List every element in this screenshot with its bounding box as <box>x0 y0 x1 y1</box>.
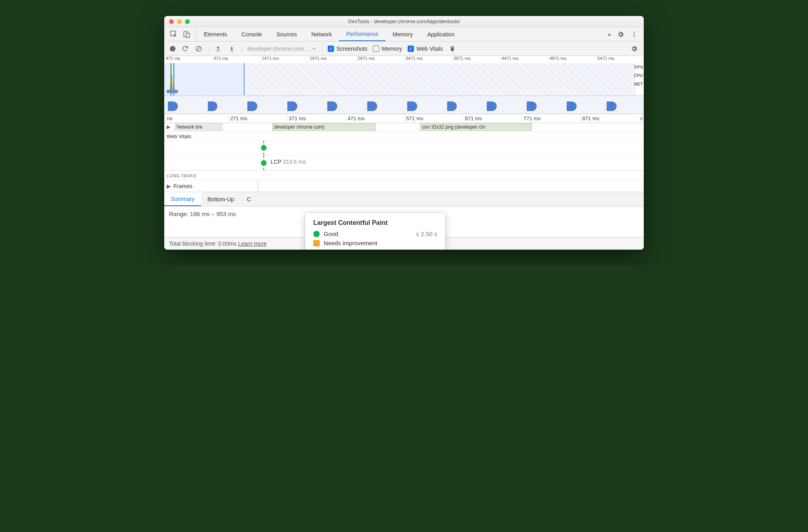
vitals-lane-lcp[interactable]: LCP 319.6 ms <box>164 155 644 171</box>
svg-line-7 <box>197 47 201 50</box>
detail-tick: 671 ms <box>463 114 521 123</box>
network-fragment[interactable]: Network bre <box>175 123 223 131</box>
expand-triangle-icon[interactable]: ▶ <box>164 183 173 189</box>
overview-timeline[interactable]: 471 ms 971 ms 1471 ms 1971 ms 2971 ms 34… <box>164 56 644 96</box>
expand-triangle-icon[interactable]: ▶ <box>167 124 171 130</box>
long-tasks-heading: LONG TASKS <box>164 171 644 180</box>
svg-rect-9 <box>230 50 233 51</box>
filmstrip-thumb[interactable] <box>245 96 284 114</box>
filmstrip-thumb[interactable] <box>604 96 643 114</box>
memory-checkbox[interactable]: Memory <box>373 46 402 52</box>
tab-elements[interactable]: Elements <box>197 27 234 41</box>
fps-label: FPS <box>634 63 643 71</box>
window-title: DevTools - developer.chrome.com/tags/dev… <box>164 18 644 24</box>
overview-row-labels: FPS CPU NET <box>634 63 643 88</box>
network-track-row[interactable]: ▶ Network bre developer chrome com) con … <box>164 123 644 132</box>
svg-rect-2 <box>186 33 189 38</box>
inspect-element-icon[interactable] <box>170 30 178 38</box>
settings-gear-icon[interactable] <box>617 30 625 38</box>
filmstrip-thumb[interactable] <box>484 96 523 114</box>
kebab-menu-icon[interactable] <box>630 30 638 38</box>
screenshots-label: Screenshots <box>336 46 368 52</box>
memory-label: Memory <box>382 46 402 52</box>
poor-triangle-icon <box>313 250 320 250</box>
summary-tab-truncated[interactable]: C <box>241 192 257 206</box>
vitals-lane-fcp[interactable] <box>164 140 644 155</box>
learn-more-link[interactable]: Learn more <box>238 240 267 247</box>
tab-performance[interactable]: Performance <box>339 27 385 41</box>
close-window-icon[interactable] <box>169 19 174 24</box>
frames-label: Frames <box>173 183 192 189</box>
screenshot-filmstrip[interactable] <box>164 96 644 114</box>
summary-tab-strip: Summary Bottom-Up C <box>164 192 644 206</box>
tab-sources[interactable]: Sources <box>269 27 304 41</box>
net-label: NET <box>634 80 643 88</box>
needs-improvement-square-icon <box>313 240 320 246</box>
detail-tick: 871 ms <box>580 114 639 123</box>
overview-tick: 1971 ms <box>308 56 356 63</box>
good-circle-icon <box>313 231 320 237</box>
web-vitals-checkbox[interactable]: ✓ Web Vitals <box>408 46 443 52</box>
load-profile-icon[interactable] <box>214 45 222 53</box>
net-activity-bar <box>167 90 178 93</box>
filmstrip-thumb[interactable] <box>444 96 484 114</box>
main-tab-strip: Elements Console Sources Network Perform… <box>164 27 644 42</box>
filmstrip-thumb[interactable] <box>205 96 244 114</box>
filmstrip-thumb[interactable] <box>524 96 563 114</box>
summary-tab-summary[interactable]: Summary <box>164 192 201 206</box>
overview-tick: 5471 ms <box>596 56 644 63</box>
overview-tick: 4971 ms <box>548 56 596 63</box>
more-tabs-icon[interactable]: » <box>608 31 611 38</box>
summary-tab-bottom-up[interactable]: Bottom-Up <box>201 192 241 206</box>
tab-console[interactable]: Console <box>234 27 269 41</box>
network-fragment[interactable]: developer chrome com) <box>272 123 376 131</box>
fcp-marker-dot-icon[interactable] <box>261 145 267 151</box>
tooltip-title: Largest Contentful Paint <box>313 219 437 226</box>
recording-dropdown-label: developer.chrome.com… <box>247 46 310 52</box>
recording-dropdown[interactable]: developer.chrome.com… <box>247 46 316 52</box>
overview-selection[interactable] <box>164 63 245 95</box>
checkbox-checked-icon: ✓ <box>328 46 334 52</box>
traffic-lights <box>164 19 190 24</box>
tooltip-row-threshold: ≤ 2.50 s <box>416 230 437 237</box>
filmstrip-thumb[interactable] <box>404 96 444 114</box>
clear-icon[interactable] <box>195 45 203 53</box>
lcp-label: LCP 319.6 ms <box>271 159 306 165</box>
capture-settings-gear-icon[interactable] <box>630 45 638 53</box>
overview-ruler: 471 ms 971 ms 1471 ms 1971 ms 2971 ms 34… <box>164 56 644 63</box>
svg-point-5 <box>634 36 635 37</box>
tab-memory[interactable]: Memory <box>386 27 420 41</box>
reload-record-icon[interactable] <box>181 45 189 53</box>
detail-scrollbar[interactable] <box>639 114 644 123</box>
filmstrip-thumb[interactable] <box>285 96 324 114</box>
checkbox-checked-icon: ✓ <box>408 46 414 52</box>
filmstrip-thumb[interactable] <box>165 96 204 114</box>
performance-toolbar: developer.chrome.com… ✓ Screenshots Memo… <box>164 42 644 56</box>
filmstrip-thumb[interactable] <box>364 96 404 114</box>
filmstrip-thumb[interactable] <box>324 96 364 114</box>
frames-track-row[interactable]: ▶ Frames <box>164 180 644 192</box>
save-profile-icon[interactable] <box>228 45 236 53</box>
delete-recording-icon[interactable] <box>448 45 456 53</box>
overview-tick: 471 ms <box>164 56 212 63</box>
network-fragment[interactable]: con 32x32 png (developer chr <box>420 123 532 131</box>
tooltip-row-label: Good <box>324 230 412 237</box>
record-button-icon[interactable] <box>170 46 175 52</box>
zoom-window-icon[interactable] <box>185 19 190 24</box>
overview-tick: 3971 ms <box>452 56 500 63</box>
overview-tick: 3471 ms <box>404 56 452 63</box>
svg-rect-8 <box>216 50 220 51</box>
lcp-marker-dot-icon[interactable] <box>261 160 267 166</box>
tab-network[interactable]: Network <box>304 27 339 41</box>
device-toggle-icon[interactable] <box>183 30 191 38</box>
detail-ruler[interactable]: ns 271 ms 371 ms 471 ms 571 ms 671 ms 77… <box>164 114 644 123</box>
tooltip-row-needs-improvement: Needs improvement <box>313 240 437 246</box>
window-titlebar: DevTools - developer.chrome.com/tags/dev… <box>164 16 644 27</box>
chevron-down-icon <box>312 47 316 51</box>
filmstrip-thumb[interactable] <box>564 96 603 114</box>
cpu-activity-hump <box>168 75 176 90</box>
detail-tick: 771 ms <box>521 114 580 123</box>
tab-application[interactable]: Application <box>420 27 462 41</box>
minimize-window-icon[interactable] <box>177 19 182 24</box>
screenshots-checkbox[interactable]: ✓ Screenshots <box>328 46 368 52</box>
